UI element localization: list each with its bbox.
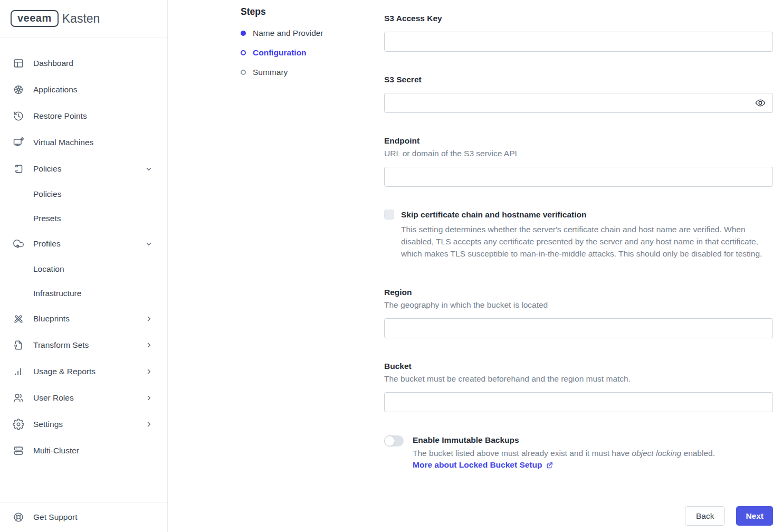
sidebar-subitem-policies[interactable]: Policies	[0, 182, 167, 206]
life-buoy-icon	[13, 511, 24, 523]
s3-access-key-group: S3 Access Key	[384, 13, 773, 52]
sidebar-item-restore-points[interactable]: Restore Points	[0, 103, 167, 129]
profiles-icon	[13, 238, 24, 250]
endpoint-label: Endpoint	[384, 136, 773, 146]
chevron-down-icon	[144, 164, 154, 174]
multi-cluster-icon	[13, 445, 24, 457]
wizard-steps: Steps Name and Provider Configuration Su…	[241, 0, 384, 506]
immutable-backups-label: Enable Immutable Backups	[413, 435, 715, 445]
sidebar-item-label: Settings	[33, 420, 63, 429]
usage-reports-icon	[13, 366, 24, 377]
sidebar-item-label: Usage & Reports	[33, 367, 96, 376]
step-configuration[interactable]: Configuration	[241, 48, 384, 58]
bucket-group: Bucket The bucket must be created before…	[384, 361, 773, 412]
endpoint-help: URL or domain of the S3 service API	[384, 148, 773, 158]
dashboard-icon	[13, 58, 24, 69]
s3-secret-input[interactable]	[384, 93, 773, 113]
sidebar-item-label: Blueprints	[33, 314, 70, 324]
applications-icon	[13, 84, 24, 96]
skip-cert-label: Skip certificate chain and hostname veri…	[401, 210, 586, 220]
sidebar-item-label: Multi-Cluster	[33, 446, 79, 455]
sidebar-nav: Dashboard Applications Restore Points Vi…	[0, 37, 167, 502]
region-input[interactable]	[384, 318, 773, 338]
step-label: Configuration	[253, 48, 307, 58]
skip-cert-group: Skip certificate chain and hostname veri…	[384, 210, 773, 260]
external-link-icon	[546, 461, 554, 469]
eye-icon	[755, 97, 766, 109]
sidebar-item-virtual-machines[interactable]: Virtual Machines	[0, 129, 167, 156]
virtual-machines-icon	[13, 137, 24, 148]
steps-title: Steps	[241, 6, 384, 17]
desc-italic: object locking	[632, 449, 681, 458]
immutable-backups-group: Enable Immutable Backups The bucket list…	[384, 435, 773, 470]
step-label: Name and Provider	[253, 28, 323, 38]
s3-secret-group: S3 Secret	[384, 74, 773, 113]
bucket-input[interactable]	[384, 392, 773, 412]
restore-points-icon	[13, 110, 24, 122]
locked-link-label: More about Locked Bucket Setup	[413, 460, 542, 470]
sidebar-item-label: Profiles	[33, 239, 61, 249]
sidebar-subitem-presets[interactable]: Presets	[0, 206, 167, 231]
region-label: Region	[384, 287, 773, 297]
sidebar-item-blueprints[interactable]: Blueprints	[0, 306, 167, 332]
sidebar-item-profiles[interactable]: Profiles	[0, 231, 167, 257]
sidebar-item-label: Applications	[33, 85, 78, 94]
desc-prefix: The bucket listed above must already exi…	[413, 449, 632, 458]
sidebar-item-policies[interactable]: Policies	[0, 156, 167, 182]
main-content: Steps Name and Provider Configuration Su…	[168, 0, 782, 532]
back-button[interactable]: Back	[685, 506, 725, 526]
policies-icon	[13, 163, 24, 175]
configuration-form: S3 Access Key S3 Secret Endpoint URL or …	[384, 0, 773, 506]
immutable-backups-description: The bucket listed above must already exi…	[413, 448, 715, 459]
get-support-button[interactable]: Get Support	[0, 502, 167, 532]
step-name-and-provider[interactable]: Name and Provider	[241, 28, 384, 38]
sidebar-footer: Get Support	[0, 502, 167, 532]
sidebar-item-label: Location	[33, 264, 64, 274]
sidebar-item-user-roles[interactable]: User Roles	[0, 385, 167, 411]
sidebar-item-label: Presets	[33, 214, 61, 223]
sidebar-item-settings[interactable]: Settings	[0, 411, 167, 438]
chevron-right-icon	[144, 367, 154, 376]
user-roles-icon	[13, 392, 24, 404]
locked-bucket-setup-link[interactable]: More about Locked Bucket Setup	[413, 460, 554, 470]
sidebar-item-transform-sets[interactable]: Transform Sets	[0, 332, 167, 358]
endpoint-group: Endpoint URL or domain of the S3 service…	[384, 136, 773, 187]
sidebar-item-applications[interactable]: Applications	[0, 77, 167, 103]
skip-cert-checkbox[interactable]	[384, 210, 394, 220]
kasten-logo-text: Kasten	[62, 12, 100, 26]
toggle-knob	[385, 436, 395, 446]
chevron-right-icon	[144, 393, 154, 403]
sidebar-item-label: Policies	[33, 189, 61, 199]
immutable-backups-toggle[interactable]	[384, 435, 404, 446]
sidebar-item-multi-cluster[interactable]: Multi-Cluster	[0, 438, 167, 464]
step-summary[interactable]: Summary	[241, 68, 384, 77]
s3-access-key-input[interactable]	[384, 32, 773, 52]
get-support-label: Get Support	[33, 512, 78, 522]
desc-suffix: enabled.	[681, 449, 715, 458]
endpoint-input[interactable]	[384, 167, 773, 187]
s3-secret-label: S3 Secret	[384, 74, 773, 84]
chevron-right-icon	[144, 420, 154, 429]
step-current-ring-icon	[241, 50, 246, 55]
step-upcoming-ring-icon	[241, 70, 246, 75]
sidebar-item-label: Infrastructure	[33, 289, 81, 298]
sidebar-subitem-location[interactable]: Location	[0, 257, 167, 281]
veeam-logo: veeam	[11, 10, 59, 27]
sidebar-item-dashboard[interactable]: Dashboard	[0, 50, 167, 77]
sidebar: veeam Kasten Dashboard Applications Rest…	[0, 0, 168, 532]
next-button[interactable]: Next	[736, 506, 773, 526]
reveal-secret-button[interactable]	[755, 97, 766, 109]
skip-cert-row: Skip certificate chain and hostname veri…	[384, 210, 773, 220]
brand-logo: veeam Kasten	[0, 0, 167, 37]
sidebar-item-usage-reports[interactable]: Usage & Reports	[0, 358, 167, 385]
step-label: Summary	[253, 68, 288, 77]
region-help: The geography in which the bucket is loc…	[384, 300, 773, 310]
settings-gear-icon	[13, 419, 24, 430]
chevron-right-icon	[144, 340, 154, 350]
sidebar-subitem-infrastructure[interactable]: Infrastructure	[0, 281, 167, 306]
skip-cert-description: This setting determines whether the serv…	[401, 223, 773, 260]
sidebar-item-label: Dashboard	[33, 59, 73, 68]
profile-wizard: Steps Name and Provider Configuration Su…	[168, 0, 782, 506]
sidebar-item-label: User Roles	[33, 393, 74, 403]
blueprints-icon	[13, 313, 24, 325]
